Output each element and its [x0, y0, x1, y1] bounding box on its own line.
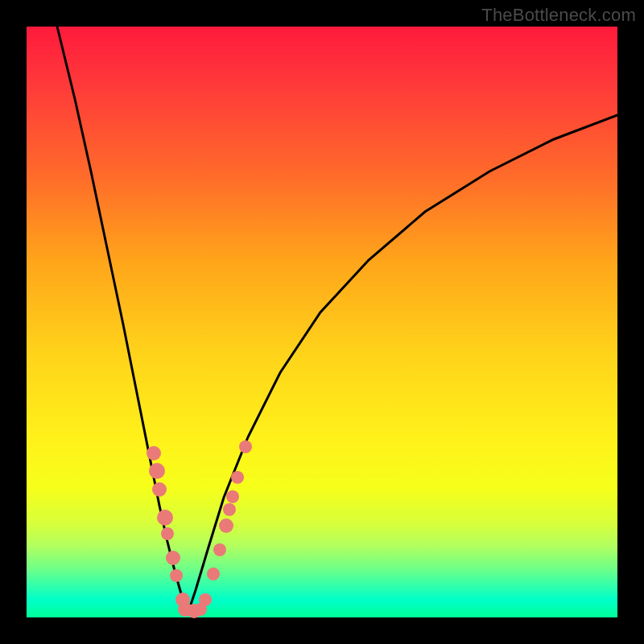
curve-right-branch	[188, 115, 617, 614]
scatter-dot	[219, 518, 233, 533]
scatter-dot	[207, 568, 220, 580]
curve-left-branch	[57, 27, 188, 614]
scatter-dot	[226, 490, 239, 503]
scatter-dot	[147, 446, 161, 460]
scatter-dot	[239, 440, 252, 453]
scatter-dot	[170, 569, 183, 582]
scatter-dot	[157, 510, 173, 526]
scatter-dot	[231, 471, 244, 484]
scatter-dot	[161, 527, 174, 540]
scatter-dot	[152, 482, 167, 497]
scatter-dot	[166, 551, 180, 565]
curve-layer	[27, 27, 617, 617]
scatter-dot	[223, 503, 236, 516]
plot-area	[27, 27, 617, 617]
scatter-dot	[199, 593, 212, 606]
scatter-dot	[213, 543, 226, 556]
chart-frame: TheBottleneck.com	[0, 0, 644, 644]
watermark-text: TheBottleneck.com	[481, 5, 636, 26]
scatter-dot	[149, 463, 165, 479]
